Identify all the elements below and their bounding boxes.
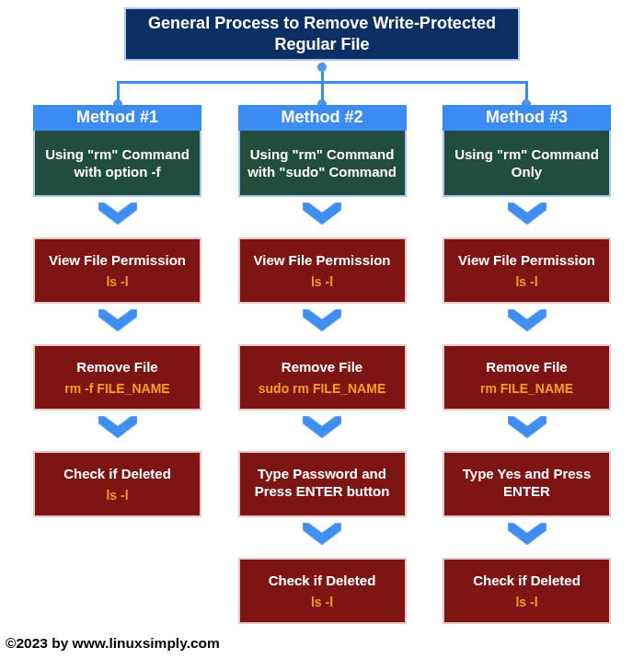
step-label: Check if Deleted xyxy=(269,572,376,590)
step-label: Remove File xyxy=(76,358,157,376)
step-box: View File Permission ls -l xyxy=(33,237,201,304)
method-subheader: Using "rm" Command with "sudo" Command xyxy=(238,131,407,197)
step-command: ls -l xyxy=(311,273,333,290)
step-label: Check if Deleted xyxy=(63,465,171,483)
methods-row: Method #1 Using "rm" Command with option… xyxy=(33,105,611,624)
step-box: Remove File rm FILE_NAME xyxy=(443,344,611,410)
step-box: Remove File sudo rm FILE_NAME xyxy=(238,344,407,410)
chevron-down-icon xyxy=(508,523,546,550)
chevron-down-icon xyxy=(508,416,546,444)
chevron-down-icon xyxy=(303,309,341,337)
step-label: Type Password and Press ENTER button xyxy=(246,465,399,501)
chevron-down-icon xyxy=(98,309,137,337)
step-label: View File Permission xyxy=(49,251,186,270)
step-label: Remove File xyxy=(282,358,362,376)
method-subheader: Using "rm" Command Only xyxy=(443,131,611,197)
step-box: Check if Deleted ls -l xyxy=(443,558,611,624)
step-box: Type Password and Press ENTER button xyxy=(238,451,407,517)
page-title: General Process to Remove Write-Protecte… xyxy=(124,7,520,61)
step-label: View File Permission xyxy=(458,251,595,270)
step-command: rm -f FILE_NAME xyxy=(64,380,169,397)
step-command: sudo rm FILE_NAME xyxy=(259,380,385,397)
copyright-text: ©2023 by www.linuxsimply.com xyxy=(6,635,220,652)
step-label: View File Permission xyxy=(254,251,391,270)
chevron-down-icon xyxy=(303,416,341,444)
chevron-down-icon xyxy=(303,202,341,230)
chevron-down-icon xyxy=(508,202,546,230)
step-box: Check if Deleted ls -l xyxy=(33,451,201,517)
step-command: ls -l xyxy=(106,487,128,503)
step-command: rm FILE_NAME xyxy=(480,380,573,397)
chevron-down-icon xyxy=(508,309,546,337)
chevron-down-icon xyxy=(98,202,137,230)
step-box: Type Yes and Press ENTER xyxy=(443,451,611,517)
method-column-1: Method #1 Using "rm" Command with option… xyxy=(33,105,201,624)
step-command: ls -l xyxy=(311,594,333,610)
method-header: Method #3 xyxy=(443,105,611,131)
step-box: View File Permission ls -l xyxy=(238,237,407,304)
branch-dot xyxy=(317,63,327,72)
method-column-2: Method #2 Using "rm" Command with "sudo"… xyxy=(238,105,407,624)
method-header: Method #1 xyxy=(33,105,201,131)
step-box: Remove File rm -f FILE_NAME xyxy=(33,344,201,410)
step-command: ls -l xyxy=(515,273,537,290)
step-label: Check if Deleted xyxy=(473,572,581,590)
step-label: Remove File xyxy=(486,358,567,376)
step-box: Check if Deleted ls -l xyxy=(238,558,407,624)
step-command: ls -l xyxy=(106,273,128,290)
step-box: View File Permission ls -l xyxy=(443,237,611,304)
method-subheader: Using "rm" Command with option -f xyxy=(33,131,201,197)
step-command: ls -l xyxy=(515,594,537,610)
step-label: Type Yes and Press ENTER xyxy=(450,465,604,501)
method-column-3: Method #3 Using "rm" Command Only View F… xyxy=(443,105,611,624)
chevron-down-icon xyxy=(303,523,341,550)
chevron-down-icon xyxy=(98,416,137,444)
method-header: Method #2 xyxy=(238,105,407,131)
